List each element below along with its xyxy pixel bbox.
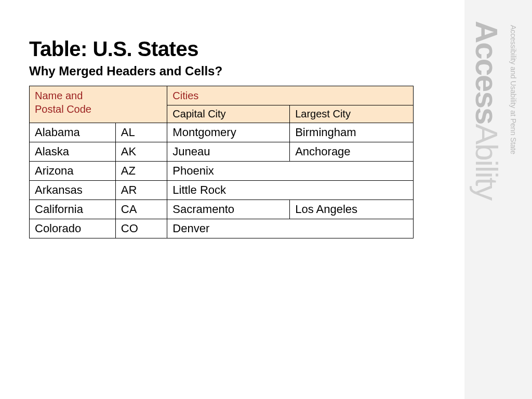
brand-logo-bold: Access <box>469 21 504 124</box>
brand-logo: AccessAbility <box>471 21 502 200</box>
page-subtitle: Why Merged Headers and Cells? <box>29 64 424 78</box>
cell-state: Alabama <box>30 123 116 142</box>
table-row: ArizonaAZPhoenix <box>30 162 414 181</box>
cell-state: Alaska <box>30 142 116 162</box>
cell-code: CO <box>115 219 167 238</box>
cell-city-merged: Little Rock <box>167 181 414 200</box>
cell-code: AL <box>115 123 167 142</box>
table-row: ArkansasARLittle Rock <box>30 181 414 200</box>
cell-state: Colorado <box>30 219 116 238</box>
cell-city-merged: Denver <box>167 219 414 238</box>
header-name-code: Name and Postal Code <box>30 86 167 123</box>
table-body: AlabamaALMontgomeryBirminghamAlaskaAKJun… <box>30 123 414 238</box>
table-header-row-1: Name and Postal Code Cities <box>30 86 414 105</box>
cell-largest: Anchorage <box>290 142 414 162</box>
brand-tagline: Accessibility and Usability at Penn Stat… <box>509 25 517 154</box>
header-largest: Largest City <box>290 105 414 123</box>
cell-capital: Montgomery <box>167 123 290 142</box>
cell-state: California <box>30 200 116 219</box>
page-title: Table: U.S. States <box>29 37 424 61</box>
cell-state: Arkansas <box>30 181 116 200</box>
header-capital: Capital City <box>167 105 290 123</box>
cell-code: AR <box>115 181 167 200</box>
cell-capital: Juneau <box>167 142 290 162</box>
table-row: AlabamaALMontgomeryBirmingham <box>30 123 414 142</box>
cell-city-merged: Phoenix <box>167 162 414 181</box>
cell-code: AK <box>115 142 167 162</box>
slide-content: Table: U.S. States Why Merged Headers an… <box>29 37 424 238</box>
brand-logo-thin: Ability <box>469 124 504 200</box>
states-table: Name and Postal Code Cities Capital City… <box>29 86 414 238</box>
cell-largest: Birmingham <box>290 123 414 142</box>
cell-code: AZ <box>115 162 167 181</box>
table-row: CaliforniaCASacramentoLos Angeles <box>30 200 414 219</box>
cell-state: Arizona <box>30 162 116 181</box>
table-row: ColoradoCODenver <box>30 219 414 238</box>
cell-code: CA <box>115 200 167 219</box>
table-row: AlaskaAKJuneauAnchorage <box>30 142 414 162</box>
brand-sidebar: AccessAbility Accessibility and Usabilit… <box>464 0 532 399</box>
cell-capital: Sacramento <box>167 200 290 219</box>
header-cities: Cities <box>167 86 414 105</box>
cell-largest: Los Angeles <box>290 200 414 219</box>
